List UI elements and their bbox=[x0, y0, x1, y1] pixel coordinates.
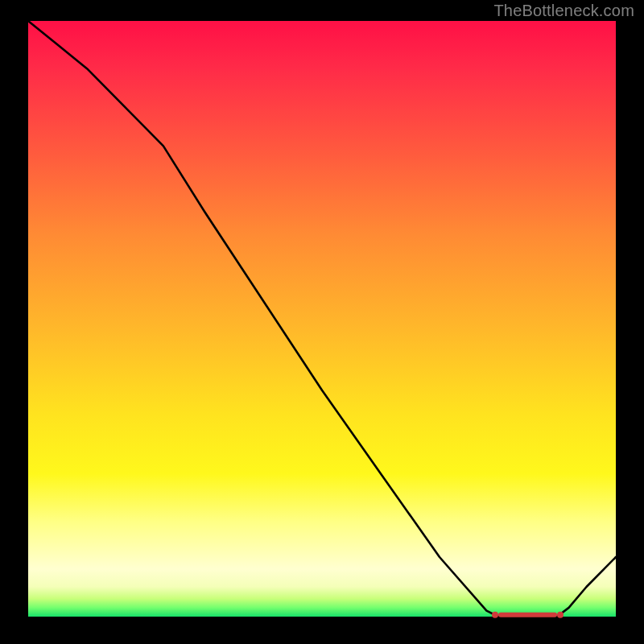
chart-frame: TheBottleneck.com bbox=[0, 0, 644, 644]
marker-dot-0 bbox=[492, 612, 498, 618]
watermark-text: TheBottleneck.com bbox=[493, 2, 634, 20]
marker-dot-1 bbox=[557, 612, 564, 618]
chart-line-layer bbox=[28, 21, 616, 617]
chart-markers-flat-segment bbox=[492, 612, 564, 618]
chart-series-curve bbox=[28, 21, 616, 617]
marker-bar bbox=[498, 613, 557, 617]
